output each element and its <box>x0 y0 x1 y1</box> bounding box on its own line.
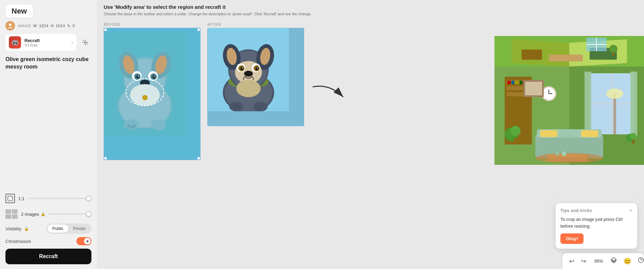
instruction-title: Use 'Modify area' to select the region a… <box>104 3 637 11</box>
chevron-right-icon: › <box>71 40 73 45</box>
svg-rect-85 <box>585 72 591 136</box>
transition-arrow <box>309 80 350 104</box>
svg-rect-8 <box>8 196 13 201</box>
redo-button[interactable]: ↪ <box>580 256 588 266</box>
svg-point-25 <box>154 76 155 77</box>
svg-point-32 <box>151 119 166 130</box>
aspect-slider[interactable] <box>28 198 91 199</box>
visibility-lock-icon: 🔒 <box>24 227 29 231</box>
svg-point-59 <box>254 101 267 111</box>
svg-point-57 <box>236 80 261 97</box>
svg-rect-69 <box>522 50 542 60</box>
svg-point-53 <box>242 67 243 68</box>
svg-rect-94 <box>520 81 522 84</box>
tips-okay-button[interactable]: Okay! <box>560 233 584 244</box>
rotation-icon: ↻ <box>67 24 71 28</box>
dog-before-svg <box>104 28 186 140</box>
user-avatar-icon <box>5 21 15 31</box>
model-selector[interactable]: 🦝 Recraft V3 Raw › <box>5 34 76 51</box>
tips-content: To crop an image just press Ctrl before … <box>560 216 632 229</box>
svg-point-24 <box>138 76 139 77</box>
images-slider[interactable] <box>49 213 91 215</box>
svg-rect-113 <box>632 140 634 144</box>
svg-rect-71 <box>549 55 583 61</box>
svg-point-56 <box>247 72 249 74</box>
prompt-text: Olive green isometric cozy cube messy ro… <box>5 54 91 72</box>
svg-rect-116 <box>525 82 542 95</box>
undo-button[interactable]: ↩ <box>568 256 576 266</box>
svg-point-51 <box>240 67 244 70</box>
before-label: BEFORE <box>104 22 204 26</box>
tips-tooltip: Tips and tricks × To crop an image just … <box>556 203 637 249</box>
layers-button[interactable] <box>609 256 618 266</box>
aspect-ratio-label: 1:1 <box>18 196 24 201</box>
svg-point-23 <box>153 75 156 78</box>
before-image[interactable] <box>104 28 201 160</box>
aspect-icon <box>5 194 15 203</box>
svg-point-30 <box>142 95 147 100</box>
svg-point-118 <box>562 151 567 156</box>
rotation-value: 0 <box>73 24 75 28</box>
model-settings-button[interactable] <box>79 36 91 49</box>
visibility-row: Visibility 🔒 Public Private <box>5 224 91 234</box>
image-label: IMAGE <box>18 24 31 28</box>
images-grid-icon <box>5 209 18 219</box>
svg-rect-110 <box>514 138 518 145</box>
svg-rect-93 <box>515 81 519 84</box>
model-info: Recraft V3 Raw <box>24 38 68 47</box>
grid-cell-4 <box>12 214 18 219</box>
svg-rect-99 <box>581 130 598 137</box>
room-main-image[interactable] <box>494 66 644 165</box>
grid-cell-1 <box>5 209 11 214</box>
room-thumbnail-svg <box>494 36 644 66</box>
emoji-button[interactable]: 😊 <box>622 256 632 266</box>
width-value: 1024 <box>39 24 49 28</box>
svg-point-114 <box>535 153 603 163</box>
svg-point-54 <box>257 67 258 68</box>
model-icon: 🦝 <box>9 36 21 49</box>
private-toggle-button[interactable]: Private <box>68 225 90 233</box>
grid-cell-2 <box>12 209 18 214</box>
main-area: Use 'Modify area' to select the region a… <box>97 0 644 269</box>
room-thumbnail[interactable] <box>494 36 644 66</box>
dog-after-svg <box>207 28 290 112</box>
svg-point-112 <box>630 133 636 139</box>
after-label: AFTER <box>207 22 306 26</box>
height-value: 1024 <box>56 24 65 28</box>
christmasize-toggle-thumb: ❄ <box>84 238 91 245</box>
svg-point-52 <box>256 67 259 70</box>
svg-point-117 <box>556 152 559 156</box>
images-count-label: 2 images 🔒 <box>21 212 46 217</box>
bottom-toolbar: ↩ ↪ 36% 😊 <box>562 253 644 269</box>
corner-bl <box>104 157 107 160</box>
svg-point-72 <box>609 45 617 53</box>
tips-title: Tips and tricks <box>560 208 592 213</box>
images-count-row: 2 images 🔒 <box>5 208 91 220</box>
svg-rect-102 <box>613 94 616 134</box>
images-slider-thumb <box>86 211 91 217</box>
svg-point-27 <box>143 81 146 83</box>
christmasize-toggle[interactable]: ❄ <box>76 237 91 245</box>
aspect-ratio-row: 1:1 <box>5 192 91 205</box>
visibility-label: Visibility <box>5 226 21 231</box>
svg-line-5 <box>87 44 87 44</box>
svg-line-4 <box>83 40 84 41</box>
visibility-toggle-group: Public Private <box>47 224 91 234</box>
svg-point-0 <box>9 23 12 26</box>
svg-rect-73 <box>612 52 614 56</box>
corner-br <box>197 157 201 160</box>
after-image[interactable] <box>207 28 304 126</box>
tips-header: Tips and tricks × <box>560 208 632 213</box>
svg-point-22 <box>136 75 140 78</box>
help-button[interactable] <box>637 256 644 266</box>
tips-close-button[interactable]: × <box>629 208 632 213</box>
christmasize-row: Christmasize ❄ <box>5 237 91 245</box>
new-badge: New <box>5 5 33 18</box>
recraft-button[interactable]: Recraft <box>5 249 91 264</box>
svg-point-35 <box>133 124 136 128</box>
public-toggle-button[interactable]: Public <box>48 225 68 233</box>
room-main-svg <box>494 66 644 165</box>
width-label: W <box>33 24 37 28</box>
grid-cell-3 <box>5 214 11 219</box>
image-info-row: IMAGE W 1024 H 1024 ↻ 0 <box>5 21 91 31</box>
